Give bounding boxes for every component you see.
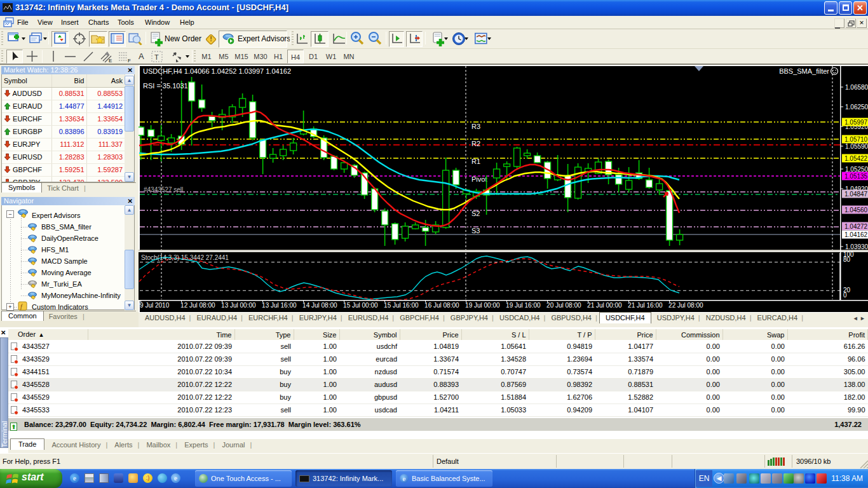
svg-text:1.06250: 1.06250 — [845, 104, 868, 111]
svg-text:1.05422: 1.05422 — [844, 155, 868, 162]
svg-text:1.04162: 1.04162 — [844, 231, 868, 238]
svg-text:12 Jul 08:00: 12 Jul 08:00 — [180, 302, 215, 309]
svg-text:21 Jul 16:00: 21 Jul 16:00 — [628, 302, 663, 309]
svg-text:0: 0 — [843, 292, 847, 299]
svg-text:RSI = 35.1031: RSI = 35.1031 — [143, 82, 188, 90]
svg-text:E: E — [109, 58, 112, 63]
svg-text:1.05250: 1.05250 — [845, 166, 868, 173]
svg-text:80: 80 — [843, 256, 851, 263]
svg-text:T: T — [154, 53, 159, 61]
svg-text:9 Jul 2010: 9 Jul 2010 — [140, 302, 170, 309]
svg-text:1.05710: 1.05710 — [844, 136, 868, 143]
svg-text:1.04560: 1.04560 — [844, 207, 868, 214]
svg-text:1.04272: 1.04272 — [844, 223, 868, 230]
svg-text:15 Jul 00:00: 15 Jul 00:00 — [343, 302, 378, 309]
svg-text:Terminal: Terminal — [1, 421, 8, 447]
svg-text:1.05135: 1.05135 — [844, 173, 868, 180]
svg-text:BBS_SMA_filter: BBS_SMA_filter — [779, 67, 829, 75]
svg-text:16 Jul 08:00: 16 Jul 08:00 — [424, 302, 459, 309]
svg-text:1.05590: 1.05590 — [845, 143, 868, 150]
svg-text:S3: S3 — [471, 227, 480, 234]
svg-text:USDCHF,H4 1.04066 1.04252 1.0: USDCHF,H4 1.04066 1.04252 1.03997 1.0416… — [143, 67, 291, 75]
svg-text:1.04847: 1.04847 — [844, 191, 868, 198]
svg-text:14 Jul 08:00: 14 Jul 08:00 — [302, 302, 337, 309]
svg-text:Stoch(14,3,3) 15.3442 27.2441: Stoch(14,3,3) 15.3442 27.2441 — [141, 254, 229, 261]
svg-text:1.03930: 1.03930 — [845, 243, 868, 250]
svg-text:15 Jul 16:00: 15 Jul 16:00 — [384, 302, 419, 309]
svg-text:20 Jul 08:00: 20 Jul 08:00 — [546, 302, 581, 309]
svg-text:R2: R2 — [471, 140, 480, 147]
svg-text:F: F — [128, 58, 131, 63]
svg-text:13 Jul 16:00: 13 Jul 16:00 — [262, 302, 297, 309]
svg-text:19 Jul 00:00: 19 Jul 00:00 — [465, 302, 500, 309]
svg-text:Pivot: Pivot — [471, 175, 487, 183]
svg-text:#4343527 sell: #4343527 sell — [144, 186, 183, 193]
svg-text:1.05997: 1.05997 — [844, 119, 868, 126]
svg-text:19 Jul 16:00: 19 Jul 16:00 — [506, 302, 541, 309]
svg-text:!: ! — [210, 35, 212, 43]
svg-text:1.06580: 1.06580 — [845, 84, 868, 91]
svg-text:22 Jul 08:00: 22 Jul 08:00 — [668, 302, 703, 309]
svg-text:21 Jul 00:00: 21 Jul 00:00 — [587, 302, 622, 309]
svg-text:R1: R1 — [471, 158, 480, 165]
svg-text:S2: S2 — [471, 210, 480, 217]
svg-text:R3: R3 — [471, 123, 480, 130]
svg-text:13 Jul 00:00: 13 Jul 00:00 — [221, 302, 256, 309]
